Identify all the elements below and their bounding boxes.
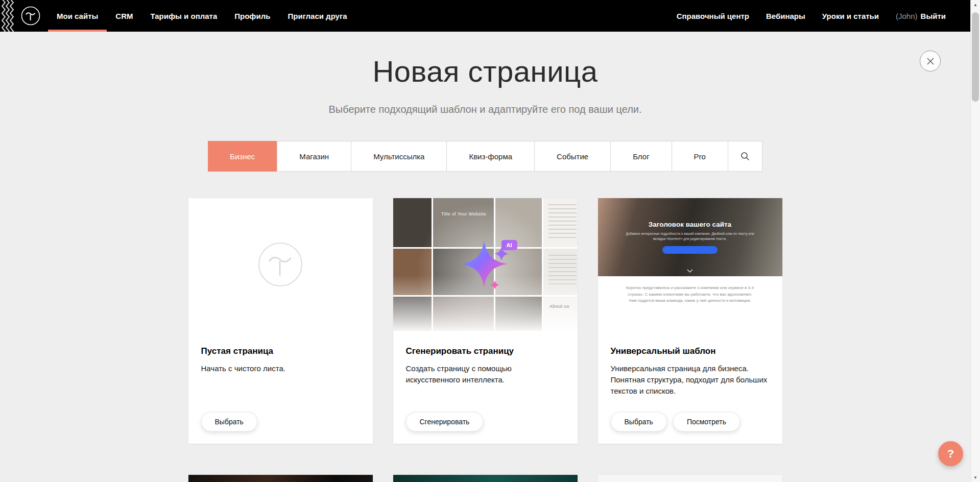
preview-universal-button[interactable]: Посмотреть <box>673 412 740 431</box>
universal-template-preview: Заголовок вашего сайта Добавьте интересн… <box>598 198 782 331</box>
tab-multilink[interactable]: Мультиссылка <box>351 141 447 171</box>
nav-item-tariffs[interactable]: Тарифы и оплата <box>141 0 226 32</box>
card-title: Пустая страница <box>201 346 360 356</box>
nav-item-help-center[interactable]: Справочный центр <box>677 12 749 20</box>
search-icon <box>740 152 750 161</box>
card-title: Универсальный шаблон <box>611 346 770 356</box>
chevron-down-icon <box>687 269 693 273</box>
page-title: Новая страница <box>0 54 970 88</box>
scrollbar[interactable]: ▲ ▼ <box>970 0 980 482</box>
tab-quiz-form[interactable]: Квиз-форма <box>447 141 535 171</box>
nav-item-profile[interactable]: Профиль <box>226 0 279 32</box>
help-button[interactable]: ? <box>938 441 963 466</box>
top-navbar: Мои сайты CRM Тарифы и оплата Профиль Пр… <box>0 0 970 32</box>
template-card-universal: Заголовок вашего сайта Добавьте интересн… <box>598 198 782 444</box>
tab-pro[interactable]: Pro <box>672 141 728 171</box>
tab-blog[interactable]: Блог <box>611 141 672 171</box>
card-title: Сгенерировать страницу <box>406 346 565 356</box>
card-description: Начать с чистого листа. <box>201 363 360 374</box>
tilda-logo[interactable] <box>20 6 41 26</box>
nav-item-lessons[interactable]: Уроки и статьи <box>822 12 879 20</box>
main-nav: Мои сайты CRM Тарифы и оплата Профиль Пр… <box>48 0 356 32</box>
close-icon <box>926 57 935 65</box>
ai-badge: AI <box>501 240 517 250</box>
tilda-watermark-icon <box>256 240 305 289</box>
scroll-up-arrow[interactable]: ▲ <box>971 0 980 9</box>
template-card-partial[interactable] <box>188 475 373 482</box>
user-name: (John) <box>896 12 918 20</box>
nav-item-my-sites[interactable]: Мои сайты <box>48 0 107 32</box>
generate-button[interactable]: Сгенерировать <box>406 412 484 431</box>
template-card-blank: Пустая страница Начать с чистого листа. … <box>188 198 373 444</box>
nav-item-webinars[interactable]: Вебинары <box>766 12 805 20</box>
nav-item-invite-friend[interactable]: Пригласи друга <box>279 0 355 32</box>
close-button[interactable] <box>920 51 941 71</box>
blank-page-preview <box>188 198 373 331</box>
template-card-generate: Title of Your Website About us <box>393 198 578 444</box>
new-page-dialog: Новая страница Выберите подходящий шабло… <box>0 32 970 482</box>
select-universal-button[interactable]: Выбрать <box>611 412 667 431</box>
preview-heading: Заголовок вашего сайта <box>649 221 731 228</box>
secondary-nav: Справочный центр Вебинары Уроки и статьи… <box>677 0 970 32</box>
tab-shop[interactable]: Магазин <box>277 141 351 171</box>
select-blank-button[interactable]: Выбрать <box>201 412 257 431</box>
preview-hero: Заголовок вашего сайта Добавьте интересн… <box>598 198 782 276</box>
template-grid: Пустая страница Начать с чистого листа. … <box>188 198 782 482</box>
template-category-tabs: Бизнес Магазин Мультиссылка Квиз-форма С… <box>208 141 762 172</box>
template-card-partial[interactable] <box>393 475 578 482</box>
tab-search[interactable] <box>728 141 762 171</box>
preview-body-text: Коротко представьтесь и расскажите о ком… <box>624 285 756 304</box>
template-card-partial[interactable] <box>598 475 782 482</box>
card-description: Универсальная страница для бизнеса. Поня… <box>611 363 770 396</box>
tab-event[interactable]: Событие <box>535 141 611 171</box>
nav-item-crm[interactable]: CRM <box>107 0 141 32</box>
zigzag-decoration <box>0 0 15 32</box>
scrollbar-thumb[interactable] <box>972 12 979 102</box>
logout-link[interactable]: Выйти <box>921 12 946 20</box>
card-description: Создать страницу с помощью искусственног… <box>406 363 565 385</box>
ai-generate-preview: Title of Your Website About us <box>393 198 578 331</box>
page-subtitle: Выберите подходящий шаблон и адаптируйте… <box>0 104 970 115</box>
preview-cta-button <box>662 246 718 254</box>
tab-business[interactable]: Бизнес <box>208 141 277 172</box>
user-menu: (John) Выйти <box>896 12 946 20</box>
preview-subtext: Добавьте интересные подробности о вашей … <box>620 231 760 242</box>
scroll-down-arrow[interactable]: ▼ <box>971 473 980 482</box>
